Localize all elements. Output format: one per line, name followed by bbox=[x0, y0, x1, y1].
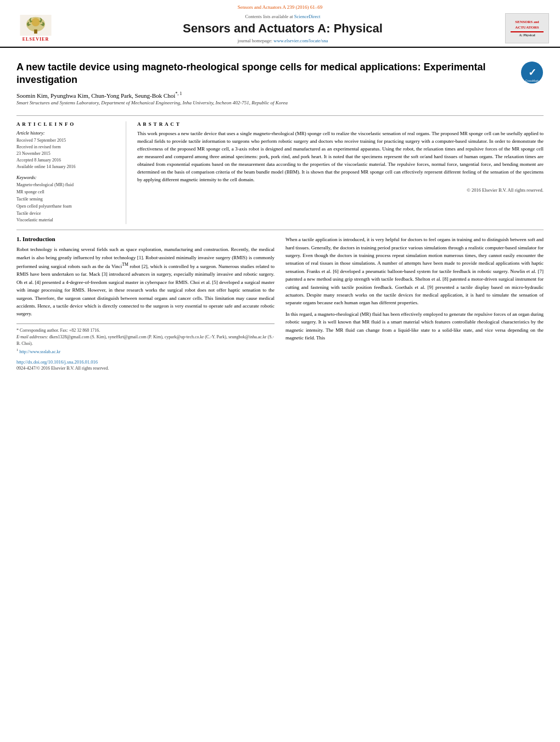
page: Sensors and Actuators A 239 (2016) 61–69 bbox=[0, 0, 560, 742]
section1-paragraph3: In this regard, a magneto-rheological (M… bbox=[285, 310, 544, 342]
journal-ref-text: Sensors and Actuators A 239 (2016) 61–69 bbox=[238, 4, 323, 10]
footnote1-text: 1 http://www.ssslab.ac.kr bbox=[16, 347, 275, 355]
emails-label-text: E-mail addresses: bbox=[16, 334, 48, 339]
sensors-actuators-logo: SENSORS andACTUATORS A: Physical bbox=[505, 13, 549, 43]
received-date: Received 7 September 2015 bbox=[16, 137, 118, 144]
elsevier-brand-text: ELSEVIER bbox=[23, 37, 49, 42]
title-authors-block: A new tactile device using magneto-rheol… bbox=[16, 61, 520, 110]
elsevier-logo: ELSEVIER bbox=[11, 13, 60, 43]
emails-text: dken1328@gmail.com (S. Kim), syneffkrt@g… bbox=[16, 334, 274, 346]
history-title: Article history: bbox=[16, 130, 118, 136]
crossmark-svg: ✓ CrossMark bbox=[520, 61, 544, 84]
abstract-copyright: © 2016 Elsevier B.V. All rights reserved… bbox=[137, 187, 544, 193]
corresponding-author: * Corresponding author. Fax: +82 32 868 … bbox=[16, 327, 275, 334]
journal-homepage-url[interactable]: www.elsevier.com/locate/sna bbox=[273, 38, 328, 43]
left-column: 1. Introduction Robot technology is enha… bbox=[16, 236, 275, 371]
section1-paragraph1: Robot technology is enhancing several fi… bbox=[16, 246, 275, 318]
sensors-logo-divider bbox=[511, 31, 544, 32]
article-info-column: A R T I C L E I N F O Article history: R… bbox=[16, 121, 126, 224]
svg-rect-2 bbox=[34, 30, 37, 34]
right-column: When a tactile application is introduced… bbox=[285, 236, 544, 371]
keyword-3: Tactile sensing bbox=[16, 196, 118, 203]
sensors-logo-text: SENSORS andACTUATORS bbox=[515, 20, 539, 30]
keyword-6: Viscoelastic material bbox=[16, 217, 118, 224]
abstract-column: A B S T R A C T This work proposes a new… bbox=[137, 121, 544, 224]
doi-link: http://dx.doi.org/10.1016/j.sna.2016.01.… bbox=[16, 359, 275, 365]
svg-text:CrossMark: CrossMark bbox=[525, 79, 539, 82]
authors-line: Soomin Kim, Pyunghwa Kim, Chun-Yong Park… bbox=[16, 91, 512, 99]
contents-line: Contents lists available at ScienceDirec… bbox=[60, 14, 505, 19]
keywords-section: Keywords: Magneto-rheological (MR) fluid… bbox=[16, 175, 118, 224]
accepted-date: Accepted 8 January 2016 bbox=[16, 157, 118, 164]
keyword-4: Open celled polyurethane foam bbox=[16, 203, 118, 210]
header-content: ELSEVIER Contents lists available at Sci… bbox=[11, 13, 549, 43]
footer-copyright: 0924-4247/© 2016 Elsevier B.V. All right… bbox=[16, 366, 275, 371]
journal-title-main: Sensors and Actuators A: Physical bbox=[60, 21, 505, 36]
svg-point-3 bbox=[31, 18, 40, 26]
journal-title-center: Contents lists available at ScienceDirec… bbox=[60, 14, 505, 43]
doi-copyright-block: http://dx.doi.org/10.1016/j.sna.2016.01.… bbox=[16, 359, 275, 371]
title-section: A new tactile device using magneto-rheol… bbox=[16, 61, 544, 116]
abstract-text: This work proposes a new tactile device … bbox=[137, 130, 544, 184]
sciencedirect-link[interactable]: ScienceDirect bbox=[294, 14, 321, 19]
authors-superscript: *, 1 bbox=[175, 91, 182, 96]
section1-paragraph2: When a tactile application is introduced… bbox=[285, 236, 544, 307]
footnote-section: * Corresponding author. Fax: +82 32 868 … bbox=[16, 323, 275, 355]
section1-heading: 1. Introduction bbox=[16, 236, 275, 242]
main-content: 1. Introduction Robot technology is enha… bbox=[16, 236, 544, 371]
keyword-1: Magneto-rheological (MR) fluid bbox=[16, 182, 118, 189]
article-area: A new tactile device using magneto-rheol… bbox=[0, 48, 560, 376]
authors-affiliation-block: Soomin Kim, Pyunghwa Kim, Chun-Yong Park… bbox=[16, 91, 512, 106]
journal-reference-top: Sensors and Actuators A 239 (2016) 61–69 bbox=[11, 4, 549, 10]
sensors-logo-subtitle: A: Physical bbox=[519, 34, 535, 37]
affiliation-line: Smart Structures and Systems Laboratory,… bbox=[16, 100, 512, 105]
available-date: Available online 14 January 2016 bbox=[16, 164, 118, 170]
doi-url[interactable]: http://dx.doi.org/10.1016/j.sna.2016.01.… bbox=[16, 359, 98, 365]
keywords-title: Keywords: bbox=[16, 175, 118, 180]
info-abstract-row: A R T I C L E I N F O Article history: R… bbox=[16, 121, 544, 230]
keyword-5: Tactile device bbox=[16, 210, 118, 217]
crossmark-logo: ✓ CrossMark bbox=[520, 61, 544, 85]
journal-header: Sensors and Actuators A 239 (2016) 61–69 bbox=[0, 0, 560, 48]
revised-date: 23 November 2015 bbox=[16, 150, 118, 157]
history-section: Article history: Received 7 September 20… bbox=[16, 130, 118, 170]
article-info-label: A R T I C L E I N F O bbox=[16, 121, 118, 127]
elsevier-tree-svg bbox=[19, 15, 52, 36]
email-footnote: E-mail addresses: dken1328@gmail.com (S.… bbox=[16, 334, 275, 347]
keyword-2: MR sponge cell bbox=[16, 189, 118, 196]
ssslab-link[interactable]: http://www.ssslab.ac.kr bbox=[19, 349, 60, 354]
svg-text:✓: ✓ bbox=[528, 67, 536, 78]
journal-homepage-line: journal homepage: www.elsevier.com/locat… bbox=[60, 38, 505, 43]
received-revised-label: Received in revised form bbox=[16, 144, 118, 150]
article-title: A new tactile device using magneto-rheol… bbox=[16, 61, 512, 87]
abstract-label: A B S T R A C T bbox=[137, 121, 544, 127]
